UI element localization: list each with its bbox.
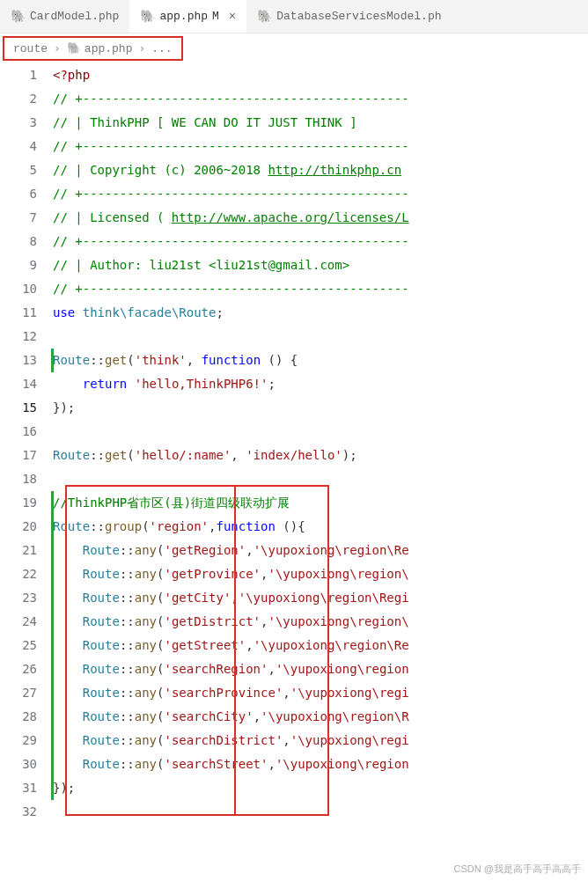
chevron-right-icon: › [54,42,61,55]
code-area[interactable]: <?php// +-------------------------------… [53,63,588,824]
code-line[interactable]: // +------------------------------------… [53,182,588,206]
line-number: 14 [0,372,37,396]
line-number: 5 [0,158,37,182]
line-number: 32 [0,800,37,824]
line-number: 10 [0,277,37,301]
line-number: 15 [0,396,37,420]
line-number: 20 [0,515,37,539]
code-line[interactable] [53,420,588,444]
line-number: 16 [0,420,37,444]
line-number: 1 [0,63,37,87]
line-number: 18 [0,467,37,491]
line-number: 28 [0,705,37,729]
line-number: 11 [0,301,37,325]
line-number: 25 [0,634,37,657]
line-number: 13 [0,349,37,372]
code-line[interactable]: Route::any('getStreet','\yupoxiong\regio… [53,634,588,657]
code-line[interactable]: // | ThinkPHP [ WE CAN DO IT JUST THINK … [53,111,588,135]
tab-label: CardModel.php [30,10,119,23]
modified-indicator: M [212,10,219,23]
code-line[interactable]: }); [53,396,588,420]
code-line[interactable] [53,325,588,349]
code-line[interactable]: // | Licensed ( http://www.apache.org/li… [53,206,588,230]
line-number: 2 [0,87,37,111]
line-number: 7 [0,206,37,230]
line-number: 4 [0,135,37,158]
code-line[interactable]: // | Copyright (c) 2006~2018 http://thin… [53,158,588,182]
line-number: 26 [0,657,37,681]
code-line[interactable]: Route::any('getProvince','\yupoxiong\reg… [53,562,588,586]
line-number: 21 [0,539,37,562]
code-line[interactable]: Route::any('searchProvince','\yupoxiong\… [53,681,588,705]
editor-tabs: 🐘 CardModel.php 🐘 app.php M × 🐘 Database… [0,0,588,33]
line-number: 24 [0,610,37,634]
breadcrumb-file[interactable]: app.php [85,42,133,55]
tab-label: DatabaseServicesModel.ph [276,10,441,23]
code-line[interactable]: Route::get('think', function () { [53,349,588,372]
code-line[interactable]: //ThinkPHP省市区(县)街道四级联动扩展 [53,491,588,515]
line-number: 22 [0,562,37,586]
line-number: 3 [0,111,37,135]
line-number: 27 [0,681,37,705]
line-number: 12 [0,325,37,349]
breadcrumb-folder[interactable]: route [13,42,48,55]
code-line[interactable]: Route::any('searchRegion','\yupoxiong\re… [53,657,588,681]
code-line[interactable]: return 'hello,ThinkPHP6!'; [53,372,588,396]
php-icon: 🐘 [140,9,155,24]
code-line[interactable]: // +------------------------------------… [53,277,588,301]
code-line[interactable]: // +------------------------------------… [53,87,588,111]
code-line[interactable]: Route::group('region',function (){ [53,515,588,539]
code-line[interactable]: Route::any('searchCity','\yupoxiong\regi… [53,705,588,729]
line-number: 31 [0,776,37,800]
code-line[interactable]: Route::any('getDistrict','\yupoxiong\reg… [53,610,588,634]
tab-cardmodel[interactable]: 🐘 CardModel.php [0,0,129,33]
line-number: 29 [0,729,37,753]
line-number: 6 [0,182,37,206]
code-line[interactable]: // +------------------------------------… [53,135,588,158]
line-number: 17 [0,444,37,467]
line-number: 19 [0,491,37,515]
code-line[interactable]: Route::get('hello/:name', 'index/hello')… [53,444,588,467]
code-line[interactable]: Route::any('getCity','\yupoxiong\region\… [53,586,588,610]
code-line[interactable] [53,800,588,824]
code-line[interactable]: use think\facade\Route; [53,301,588,325]
line-gutter: 1234567891011121314151617181920212223242… [0,63,53,824]
breadcrumb-more[interactable]: ... [151,42,172,55]
breadcrumb[interactable]: route › 🐘 app.php › ... [3,36,183,61]
code-line[interactable]: // +------------------------------------… [53,230,588,253]
code-line[interactable]: Route::any('searchDistrict','\yupoxiong\… [53,729,588,753]
close-icon[interactable]: × [229,10,236,24]
line-number: 8 [0,230,37,253]
code-line[interactable]: <?php [53,63,588,87]
tab-label: app.php [159,10,208,23]
php-icon: 🐘 [257,9,272,24]
line-number: 9 [0,253,37,277]
line-number: 23 [0,586,37,610]
php-icon: 🐘 [11,9,26,24]
chevron-right-icon: › [138,42,145,55]
code-line[interactable]: // | Author: liu21st <liu21st@gmail.com> [53,253,588,277]
code-line[interactable]: Route::any('getRegion','\yupoxiong\regio… [53,539,588,562]
tab-databaseservices[interactable]: 🐘 DatabaseServicesModel.ph [246,0,452,33]
php-icon: 🐘 [67,41,81,55]
tab-app[interactable]: 🐘 app.php M × [129,0,246,33]
code-line[interactable]: Route::any('searchStreet','\yupoxiong\re… [53,753,588,776]
watermark: CSDN @我是高手高手高高手 [454,863,581,876]
code-editor[interactable]: 1234567891011121314151617181920212223242… [0,63,588,824]
line-number: 30 [0,753,37,776]
code-line[interactable] [53,467,588,491]
code-line[interactable]: }); [53,776,588,800]
